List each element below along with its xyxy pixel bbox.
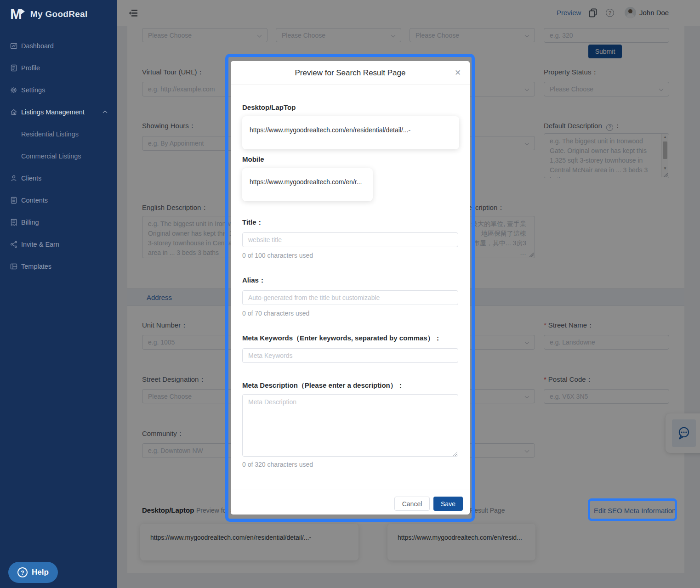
sidebar-item-contents[interactable]: Contents <box>0 196 117 207</box>
seo-preview-modal: Preview for Search Result Page ✕ Desktop… <box>231 61 470 514</box>
billing-icon <box>10 219 17 226</box>
title-field-label: Title： <box>242 218 263 227</box>
cancel-button[interactable]: Cancel <box>394 497 430 511</box>
clients-icon <box>10 175 17 182</box>
app-logo: M My GoodReal <box>10 6 88 22</box>
sidebar-item-invite-earn[interactable]: Invite & Earn <box>0 240 117 251</box>
help-label: Help <box>32 568 49 577</box>
templates-icon <box>10 263 17 270</box>
dashboard-icon <box>10 42 17 50</box>
sidebar-item-templates[interactable]: Templates <box>0 262 117 273</box>
modal-desktop-url-card: https://www.mygoodrealtech.com/en/reside… <box>242 116 459 149</box>
modal-desktop-label: Desktop/LapTop <box>242 103 296 111</box>
profile-icon <box>10 64 17 72</box>
share-icon <box>10 241 17 248</box>
meta-description-label: Meta Description（Please enter a descript… <box>242 381 404 390</box>
alias-field-label: Alias： <box>242 276 266 285</box>
sidebar: M My GoodReal Dashboard Profile Settings… <box>0 0 117 588</box>
modal-mobile-url-card: https://www.mygoodrealtech.com/en/r... <box>242 168 373 201</box>
modal-desktop-url-text: https://www.mygoodrealtech.com/en/reside… <box>250 126 410 134</box>
modal-mobile-url-text: https://www.mygoodrealtech.com/en/r... <box>250 178 362 186</box>
save-button[interactable]: Save <box>433 497 463 511</box>
modal-footer-divider <box>231 490 470 490</box>
sidebar-item-profile[interactable]: Profile <box>0 63 117 74</box>
home-icon <box>10 108 17 116</box>
close-icon[interactable]: ✕ <box>453 68 462 78</box>
title-input[interactable] <box>242 232 458 247</box>
chevron-up-icon <box>103 111 108 115</box>
help-button[interactable]: ? Help <box>8 562 58 583</box>
sidebar-item-clients[interactable]: Clients <box>0 174 117 185</box>
settings-icon <box>10 86 17 94</box>
title-counter: 0 of 100 characters used <box>242 252 313 259</box>
contents-icon <box>10 197 17 204</box>
sidebar-item-settings[interactable]: Settings <box>0 85 117 96</box>
help-question-icon: ? <box>17 567 28 577</box>
meta-keywords-label: Meta Keywords（Enter keywords, separated … <box>242 334 441 343</box>
modal-mobile-label: Mobile <box>242 155 264 163</box>
alias-input[interactable] <box>242 290 458 305</box>
sidebar-item-billing[interactable]: Billing <box>0 218 117 229</box>
meta-keywords-input[interactable] <box>242 348 458 363</box>
alias-counter: 0 of 70 characters used <box>242 310 309 317</box>
logo-text: My GoodReal <box>30 9 88 19</box>
resize-handle[interactable] <box>453 451 457 456</box>
modal-title: Preview for Search Result Page <box>231 61 470 85</box>
sidebar-item-commercial-listings[interactable]: Commercial Listings <box>0 152 117 163</box>
app-window: Preview ? John Doe Please Choose Please … <box>0 0 700 588</box>
sidebar-item-listings-management[interactable]: Listings Management <box>0 107 117 119</box>
logo-m-icon: M <box>10 7 22 22</box>
sidebar-item-dashboard[interactable]: Dashboard <box>0 41 117 52</box>
sidebar-item-residential-listings[interactable]: Residential Listings <box>0 130 117 141</box>
meta-description-textarea[interactable] <box>242 394 458 457</box>
meta-description-counter: 0 of 320 characters used <box>242 461 313 468</box>
